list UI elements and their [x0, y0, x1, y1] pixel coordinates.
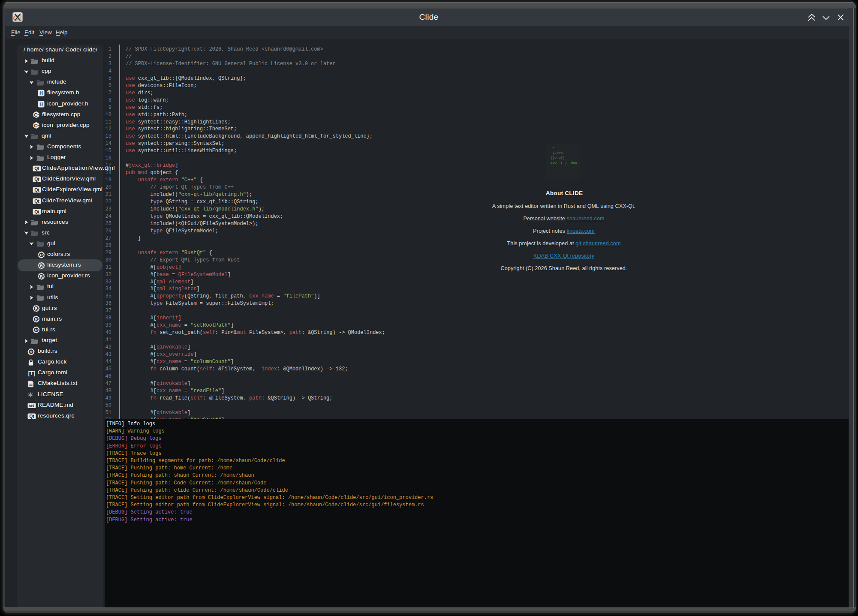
svg-text:M: M	[28, 403, 32, 408]
svg-text:R: R	[35, 306, 38, 311]
svg-text:H: H	[39, 102, 43, 107]
svg-text:C: C	[34, 123, 38, 128]
svg-text:Qt: Qt	[34, 209, 39, 214]
svg-text:Qt: Qt	[29, 414, 34, 419]
svg-text:[T]: [T]	[28, 370, 35, 376]
svg-text:R: R	[40, 252, 43, 257]
svg-text:R: R	[35, 328, 38, 332]
svg-text:Qt: Qt	[34, 177, 39, 182]
svg-text:Qt: Qt	[34, 187, 39, 192]
svg-text:R: R	[40, 263, 43, 268]
svg-text:R: R	[35, 317, 38, 322]
svg-text:H: H	[39, 90, 43, 96]
svg-text:Qt: Qt	[34, 166, 39, 171]
svg-text:Qt: Qt	[34, 198, 39, 204]
svg-text:R: R	[40, 274, 43, 279]
svg-text:R: R	[30, 349, 33, 354]
svg-text:C: C	[34, 112, 38, 117]
